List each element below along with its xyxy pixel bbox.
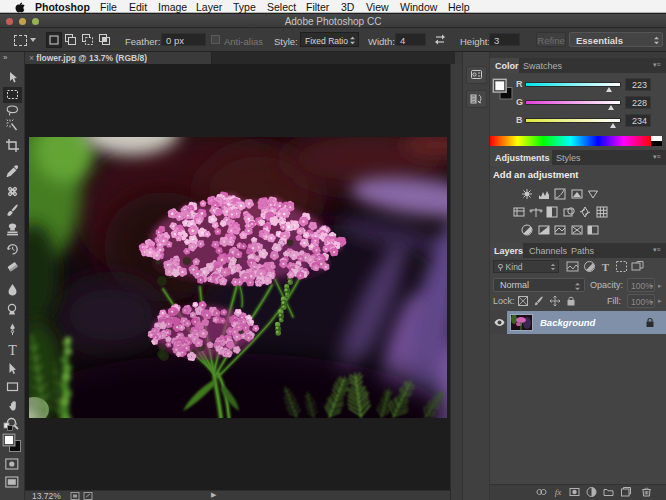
svg-text:fx: fx <box>555 487 562 497</box>
svg-text:T: T <box>602 261 610 273</box>
svg-text:T: T <box>8 343 17 358</box>
